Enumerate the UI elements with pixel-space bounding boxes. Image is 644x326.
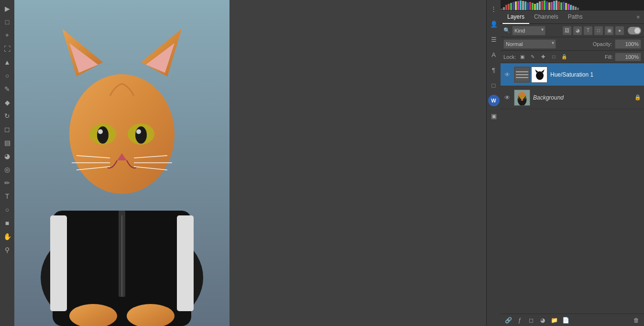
svg-rect-30 [505,5,507,11]
svg-rect-64 [516,77,528,78]
path-tool[interactable]: ○ [1,204,13,215]
layer-thumb-mask [531,67,547,83]
move-tool[interactable]: ▶ [1,3,13,14]
zoom-tool[interactable]: ⚲ [1,244,13,256]
svg-rect-38 [524,1,526,11]
filter-kind-select[interactable]: Kind Name Effect Mode [512,26,546,35]
create-layer-icon[interactable]: 📄 [561,315,570,325]
blend-mode-select[interactable]: Normal Dissolve Multiply Screen Overlay [503,39,556,49]
svg-rect-50 [553,1,555,11]
hand-tool[interactable]: ✋ [1,231,13,242]
fill-label: Fill: [605,54,613,60]
w-brand-icon[interactable]: W [488,95,500,106]
panel-tabs: Layers Channels Paths ≡ [501,11,644,24]
svg-rect-47 [546,1,548,11]
svg-rect-3 [50,215,67,311]
svg-rect-40 [529,2,531,11]
svg-point-15 [135,126,147,144]
lock-position-btn[interactable]: ✚ [539,53,547,61]
lock-fill-row: Lock: ▣ ✎ ✚ □ 🔒 Fill: 100% [501,51,644,63]
type-tool[interactable]: T [1,191,13,202]
tab-paths[interactable]: Paths [563,11,588,24]
eye-visible-icon-bg[interactable]: 👁 [503,94,511,101]
layer-thumb-group-bg [514,90,530,106]
filter-icons-group: 🖼 ◕ T □ ▣ ● [563,26,624,35]
smart-filter-btn[interactable]: ▣ [605,26,613,35]
eraser-tool[interactable]: ◻ [1,124,13,135]
svg-rect-59 [575,7,577,11]
lock-label: Lock: [503,54,516,60]
dodge-tool[interactable]: ◎ [1,164,13,175]
eyedropper-tool[interactable]: ▲ [1,56,13,68]
lasso-tool[interactable]: ⚬ [1,30,13,41]
stamp-side-icon[interactable]: ▣ [488,110,500,122]
lock-artboard-btn[interactable]: □ [549,53,558,61]
create-group-icon[interactable]: 📁 [549,315,559,325]
search-icon: 🔍 [503,27,510,34]
svg-point-14 [97,126,109,144]
filter-toggle[interactable] [628,27,641,34]
lock-icons-group: ▣ ✎ ✚ □ 🔒 [518,53,568,61]
fill-value[interactable]: 100% [615,53,641,61]
svg-rect-28 [501,9,502,11]
svg-rect-57 [570,5,572,11]
crop-tool[interactable]: ⛶ [1,43,13,55]
lock-pixels-btn[interactable]: ▣ [518,53,526,61]
svg-rect-36 [520,0,522,11]
create-adjustment-icon[interactable]: ◕ [538,315,547,325]
delete-layer-icon[interactable]: 🗑 [632,315,641,325]
layer-bottom-bar: 🔗 ƒ ◻ ◕ 📁 📄 🗑 [501,314,644,326]
add-layer-style-icon[interactable]: ƒ [515,315,524,325]
pen-tool[interactable]: ✏ [1,177,13,189]
svg-rect-37 [522,1,524,11]
gradient-tool[interactable]: ▤ [1,137,13,148]
people-icon[interactable]: 👤 [488,18,500,30]
blur-tool[interactable]: ◕ [1,150,13,162]
pixel-filter-btn[interactable]: ● [615,26,624,35]
layer-thumb-adjustment [514,67,530,83]
svg-rect-54 [563,2,565,11]
arrange-icon[interactable]: ⋮ [488,3,500,14]
healing-tool[interactable]: ○ [1,70,13,81]
eye-visible-icon-hue-sat[interactable]: 👁 [503,71,511,79]
add-mask-icon[interactable]: ◻ [526,315,536,325]
layer-background[interactable]: 👁 Background [501,86,644,109]
paragraph-icon[interactable]: ¶ [488,64,500,76]
adjustment-filter-btn[interactable]: ◕ [573,26,582,35]
shape-tool[interactable]: ■ [1,217,13,229]
lock-all-btn[interactable]: 🔒 [560,53,568,61]
svg-rect-31 [508,4,510,11]
svg-rect-41 [532,3,534,11]
select-tool[interactable]: □ [1,16,13,28]
panel-menu-icon[interactable]: ≡ [634,13,642,21]
layer-list: 👁 [501,63,644,314]
histogram-area [501,0,644,11]
svg-point-66 [536,71,544,80]
svg-rect-29 [503,7,505,11]
text-filter-btn[interactable]: T [584,26,592,35]
link-layers-icon[interactable]: 🔗 [503,315,513,325]
history-tool[interactable]: ↻ [1,110,13,122]
opacity-value[interactable]: 100% [615,39,641,49]
lock-image-btn[interactable]: ✎ [528,53,537,61]
right-panel: Layers Channels Paths ≡ 🔍 Kind Name Effe… [501,0,644,326]
layer-filter-row: 🔍 Kind Name Effect Mode 🖼 ◕ T □ ▣ ● [501,24,644,37]
opacity-label: Opacity: [593,41,612,47]
sliders-icon[interactable]: ☰ [488,34,500,45]
svg-point-7 [69,74,175,194]
tab-channels[interactable]: Channels [529,11,563,24]
svg-rect-42 [534,4,536,11]
svg-rect-51 [556,0,557,11]
stamp-tool[interactable]: ◆ [1,97,13,108]
svg-rect-33 [513,2,514,11]
tab-layers[interactable]: Layers [502,11,529,24]
image-filter-btn[interactable]: 🖼 [563,26,571,35]
cube-icon[interactable]: □ [488,79,500,91]
svg-point-17 [136,129,141,134]
layer-thumb-group-hue-sat [514,67,547,83]
brush-tool[interactable]: ✎ [1,83,13,95]
type-tool-side-icon[interactable]: A [488,49,500,60]
layer-name-hue-sat: Hue/Saturation 1 [550,71,641,78]
layer-hue-saturation[interactable]: 👁 [501,63,644,86]
shape-filter-btn[interactable]: □ [594,26,603,35]
